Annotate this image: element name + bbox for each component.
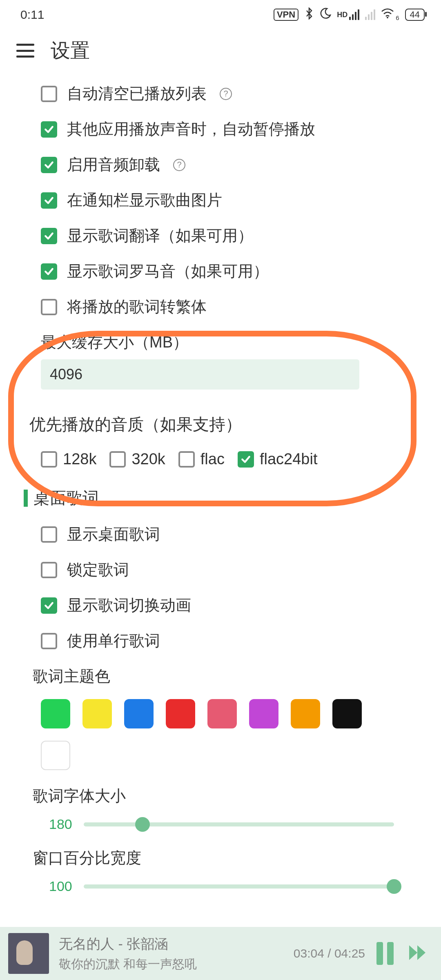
setting-label-1: 其他应用播放声音时，自动暂停播放 bbox=[67, 119, 315, 140]
quality-option-128k[interactable]: 128k bbox=[41, 450, 96, 468]
signal-icon bbox=[349, 9, 359, 20]
section-accent-bar bbox=[24, 490, 28, 507]
quality-options: 128k320kflacflac24bit bbox=[0, 443, 441, 475]
quality-option-flac[interactable]: flac bbox=[178, 450, 225, 468]
setting-checkbox-1[interactable] bbox=[41, 121, 57, 138]
setting-label-4: 显示歌词翻译（如果可用） bbox=[67, 225, 253, 246]
desktop-lyrics-section-head: 桌面歌词 bbox=[0, 475, 441, 517]
desktop-label-3: 使用单行歌词 bbox=[67, 630, 160, 651]
now-playing-bar[interactable]: 无名的人 - 张韶涵 敬你的沉默 和每一声怒吼 03:04 / 04:25 bbox=[0, 927, 441, 980]
theme-color-grid bbox=[0, 692, 376, 774]
setting-row-0[interactable]: 自动清空已播放列表? bbox=[0, 76, 441, 111]
setting-checkbox-6[interactable] bbox=[41, 299, 57, 315]
quality-title: 优先播放的音质（如果支持） bbox=[29, 413, 242, 436]
color-swatch-2[interactable] bbox=[124, 699, 154, 728]
desktop-lyric-row-3[interactable]: 使用单行歌词 bbox=[0, 623, 441, 659]
setting-checkbox-5[interactable] bbox=[41, 263, 57, 280]
desktop-lyric-row-1[interactable]: 锁定歌词 bbox=[0, 552, 441, 588]
status-right: VPN HD 6 44 bbox=[274, 7, 425, 22]
desktop-label-2: 显示歌词切换动画 bbox=[67, 595, 191, 616]
font-size-value: 180 bbox=[49, 816, 72, 832]
desktop-checkbox-1[interactable] bbox=[41, 562, 57, 578]
setting-row-1[interactable]: 其他应用播放声音时，自动暂停播放 bbox=[0, 111, 441, 147]
color-swatch-3[interactable] bbox=[166, 699, 195, 728]
status-bar: 0:11 VPN HD 6 44 bbox=[0, 0, 441, 29]
setting-checkbox-0[interactable] bbox=[41, 86, 57, 102]
wifi-icon bbox=[381, 8, 394, 22]
desktop-lyric-row-2[interactable]: 显示歌词切换动画 bbox=[0, 588, 441, 623]
page-title: 设置 bbox=[51, 38, 90, 64]
quality-checkbox-2[interactable] bbox=[178, 451, 195, 468]
track-lyric-line: 敬你的沉默 和每一声怒吼 bbox=[59, 956, 288, 973]
setting-label-6: 将播放的歌词转繁体 bbox=[67, 296, 207, 317]
window-width-value: 100 bbox=[49, 878, 72, 894]
setting-checkbox-3[interactable] bbox=[41, 192, 57, 209]
menu-icon[interactable] bbox=[16, 44, 34, 58]
quality-checkbox-3[interactable] bbox=[238, 451, 254, 468]
color-swatch-7[interactable] bbox=[332, 699, 362, 728]
color-swatch-4[interactable] bbox=[207, 699, 237, 728]
setting-checkbox-4[interactable] bbox=[41, 228, 57, 244]
color-swatch-6[interactable] bbox=[291, 699, 320, 728]
pause-button[interactable] bbox=[376, 942, 394, 965]
cache-size-input[interactable] bbox=[41, 359, 359, 390]
quality-checkbox-1[interactable] bbox=[109, 451, 126, 468]
vpn-badge: VPN bbox=[274, 9, 298, 21]
setting-checkbox-2[interactable] bbox=[41, 157, 57, 173]
hd-label: HD bbox=[337, 11, 347, 19]
font-size-label: 歌词字体大小 bbox=[33, 786, 429, 806]
quality-option-320k[interactable]: 320k bbox=[109, 450, 165, 468]
moon-icon bbox=[320, 8, 331, 22]
quality-label-3: flac24bit bbox=[260, 450, 318, 468]
desktop-label-1: 锁定歌词 bbox=[67, 559, 129, 580]
setting-label-5: 显示歌词罗马音（如果可用） bbox=[67, 261, 269, 282]
color-swatch-1[interactable] bbox=[82, 699, 112, 728]
app-header: 设置 bbox=[0, 29, 441, 76]
desktop-label-0: 显示桌面歌词 bbox=[67, 524, 160, 545]
quality-option-flac24bit[interactable]: flac24bit bbox=[238, 450, 318, 468]
wifi-sub: 6 bbox=[396, 14, 399, 21]
bluetooth-icon bbox=[304, 7, 314, 22]
desktop-checkbox-0[interactable] bbox=[41, 526, 57, 543]
setting-row-3[interactable]: 在通知栏显示歌曲图片 bbox=[0, 183, 441, 218]
desktop-checkbox-3[interactable] bbox=[41, 633, 57, 649]
quality-label-1: 320k bbox=[131, 450, 165, 468]
battery-level: 44 bbox=[405, 9, 425, 21]
signal-icon-dim bbox=[365, 9, 375, 20]
quality-label-2: flac bbox=[200, 450, 225, 468]
setting-row-2[interactable]: 启用音频卸载? bbox=[0, 147, 441, 183]
setting-row-4[interactable]: 显示歌词翻译（如果可用） bbox=[0, 218, 441, 254]
setting-label-2: 启用音频卸载 bbox=[67, 154, 160, 175]
color-swatch-8[interactable] bbox=[41, 741, 70, 770]
font-size-slider[interactable] bbox=[84, 822, 394, 826]
desktop-lyrics-title: 桌面歌词 bbox=[33, 487, 99, 509]
color-swatch-0[interactable] bbox=[41, 699, 70, 728]
playback-time: 03:04 / 04:25 bbox=[294, 947, 365, 960]
svg-point-0 bbox=[387, 17, 388, 18]
window-width-thumb[interactable] bbox=[387, 879, 401, 894]
quality-label-0: 128k bbox=[63, 450, 96, 468]
font-size-thumb[interactable] bbox=[135, 817, 150, 832]
window-width-label: 窗口百分比宽度 bbox=[33, 848, 429, 869]
window-width-slider[interactable] bbox=[84, 884, 394, 889]
setting-row-6[interactable]: 将播放的歌词转繁体 bbox=[0, 289, 441, 325]
setting-row-5[interactable]: 显示歌词罗马音（如果可用） bbox=[0, 254, 441, 289]
color-swatch-5[interactable] bbox=[249, 699, 278, 728]
help-icon[interactable]: ? bbox=[173, 159, 185, 171]
next-track-button[interactable] bbox=[406, 941, 429, 966]
setting-label-3: 在通知栏显示歌曲图片 bbox=[67, 190, 222, 211]
setting-label-0: 自动清空已播放列表 bbox=[67, 83, 207, 104]
status-time: 0:11 bbox=[20, 8, 44, 22]
lyric-theme-label: 歌词主题色 bbox=[0, 659, 441, 692]
cache-size-label: 最大缓存大小（MB） bbox=[0, 325, 441, 358]
desktop-checkbox-2[interactable] bbox=[41, 597, 57, 614]
quality-checkbox-0[interactable] bbox=[41, 451, 57, 468]
quality-section-head: 优先播放的音质（如果支持） bbox=[0, 402, 441, 443]
help-icon[interactable]: ? bbox=[220, 88, 232, 100]
desktop-lyric-row-0[interactable]: 显示桌面歌词 bbox=[0, 517, 441, 552]
track-title: 无名的人 - 张韶涵 bbox=[59, 935, 288, 953]
album-art[interactable] bbox=[8, 933, 49, 974]
